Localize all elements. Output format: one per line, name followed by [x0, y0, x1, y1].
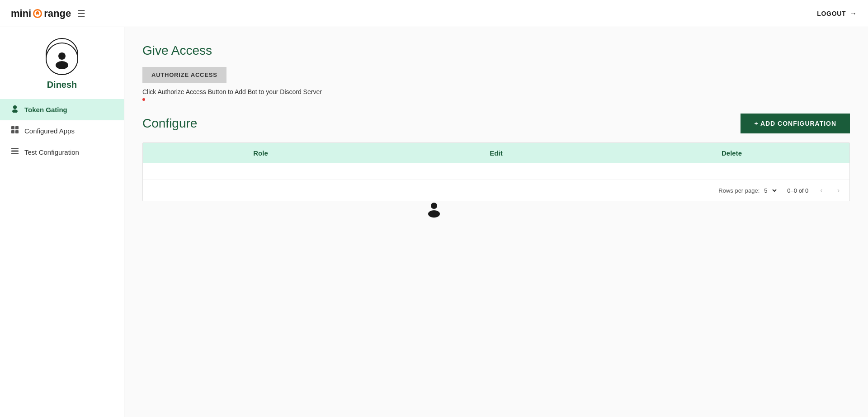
pagination-prev-button[interactable]: ‹ — [817, 185, 825, 195]
main-content: Give Access AUTHORIZE ACCESS Click Autho… — [124, 27, 868, 417]
settings-nav-icon — [11, 147, 19, 157]
add-configuration-button[interactable]: + ADD CONFIGURATION — [741, 114, 850, 133]
configure-table: Role Edit Delete Rows per page: 5 10 25 … — [142, 142, 850, 201]
table-header-role: Role — [143, 149, 378, 157]
table-header-edit: Edit — [378, 149, 614, 157]
table-header: Role Edit Delete — [143, 143, 849, 163]
logout-icon: → — [849, 9, 857, 18]
logout-label: LOGOUT — [817, 10, 846, 17]
logo: mini range — [11, 8, 71, 19]
svg-rect-14 — [11, 153, 19, 154]
svg-rect-8 — [11, 126, 14, 129]
sidebar-item-token-gating-label: Token Gating — [24, 106, 67, 114]
top-bar: mini range ☰ LOGOUT → — [0, 0, 868, 27]
svg-point-6 — [13, 105, 17, 109]
svg-point-4 — [58, 52, 66, 60]
authorize-hint: Click Authorize Access Button to Add Bot… — [142, 88, 850, 95]
sidebar-item-configured-apps-label: Configured Apps — [24, 127, 75, 135]
hamburger-icon[interactable]: ☰ — [77, 8, 85, 19]
svg-rect-9 — [15, 126, 19, 129]
sidebar-item-configured-apps[interactable]: Configured Apps — [0, 120, 124, 142]
svg-rect-11 — [15, 130, 19, 133]
red-dot-indicator — [142, 98, 145, 101]
give-access-title: Give Access — [142, 43, 850, 58]
avatar-wrapper — [46, 43, 78, 75]
avatar-circle — [46, 43, 78, 75]
svg-rect-10 — [11, 130, 14, 133]
logo-text-mini: mini — [11, 8, 31, 19]
sidebar-item-token-gating[interactable]: Token Gating — [0, 99, 124, 120]
logo-text-range: range — [44, 8, 71, 19]
table-body-empty — [143, 163, 849, 180]
sidebar-item-test-configuration-label: Test Configuration — [24, 148, 79, 156]
svg-point-2 — [431, 203, 437, 209]
person-icon-svg — [425, 199, 443, 218]
logout-button[interactable]: LOGOUT → — [817, 9, 857, 18]
svg-point-3 — [428, 210, 440, 218]
table-footer: Rows per page: 5 10 25 0–0 of 0 ‹ › — [143, 180, 849, 201]
avatar-person-icon — [52, 49, 72, 69]
logo-icon — [33, 9, 42, 19]
layout: ◯ Dinesh — [0, 27, 868, 417]
svg-rect-13 — [11, 151, 19, 152]
sidebar-item-test-configuration[interactable]: Test Configuration — [0, 142, 124, 163]
rows-per-page-control: Rows per page: 5 10 25 — [718, 187, 778, 194]
svg-point-7 — [12, 109, 18, 113]
nav-menu: Token Gating Configured Apps — [0, 99, 124, 163]
rows-per-page-select[interactable]: 5 10 25 — [762, 187, 778, 194]
username: Dinesh — [47, 80, 77, 90]
apps-nav-icon — [11, 126, 19, 136]
svg-rect-12 — [11, 148, 19, 149]
table-header-delete: Delete — [614, 149, 849, 157]
configure-title: Configure — [142, 116, 197, 131]
rows-per-page-label: Rows per page: — [718, 187, 760, 194]
sidebar: ◯ Dinesh — [0, 27, 124, 417]
pagination-info: 0–0 of 0 — [787, 187, 808, 194]
authorize-access-button[interactable]: AUTHORIZE ACCESS — [142, 67, 226, 83]
configure-header: Configure + ADD CONFIGURATION — [142, 114, 850, 133]
pagination-next-button[interactable]: › — [835, 185, 842, 195]
svg-point-5 — [56, 61, 68, 69]
top-bar-left: mini range ☰ — [11, 8, 85, 19]
person-nav-icon — [11, 104, 19, 115]
